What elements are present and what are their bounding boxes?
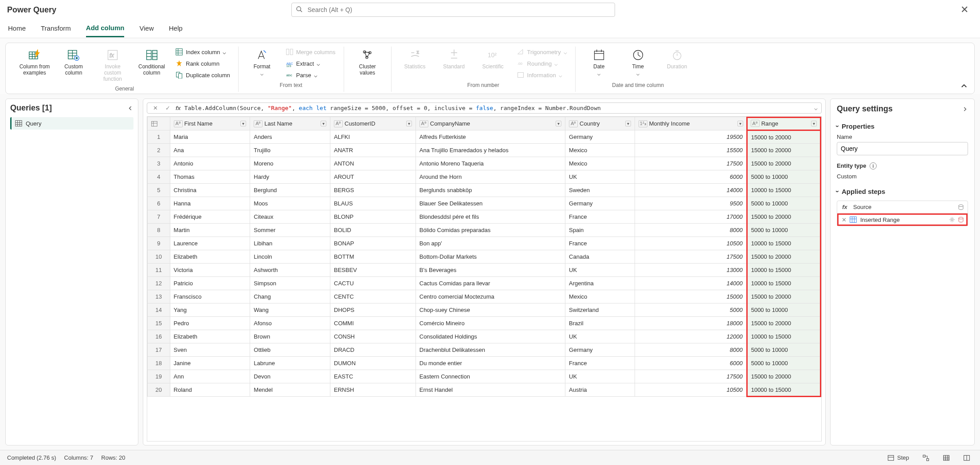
cell-country[interactable]: UK — [565, 170, 635, 184]
cell-customer-id[interactable]: DHOPS — [330, 303, 416, 317]
row-number[interactable]: 17 — [148, 343, 170, 357]
cell-range[interactable]: 15000 to 20000 — [747, 130, 820, 144]
confirm-formula-button[interactable]: ✓ — [163, 105, 172, 111]
index-column-button[interactable]: Index column ⌵ — [173, 47, 232, 57]
cell-monthly-income[interactable]: 17500 — [635, 157, 747, 170]
cell-country[interactable]: Mexico — [565, 157, 635, 170]
column-from-examples-button[interactable]: Column from examples — [17, 47, 52, 78]
row-number[interactable]: 11 — [148, 264, 170, 277]
query-list-item[interactable]: Query — [10, 117, 133, 130]
cell-first-name[interactable]: Martin — [170, 224, 250, 237]
cell-country[interactable]: Sweden — [565, 184, 635, 197]
cell-monthly-income[interactable]: 15000 — [635, 290, 747, 303]
cell-customer-id[interactable]: BERGS — [330, 184, 416, 197]
collapse-ribbon-button[interactable] — [960, 82, 968, 90]
row-number[interactable]: 5 — [148, 184, 170, 197]
cell-company-name[interactable]: Blondesddsl pére et fils — [416, 210, 565, 224]
cell-country[interactable]: UK — [565, 264, 635, 277]
cell-country[interactable]: Germany — [565, 343, 635, 357]
cell-first-name[interactable]: Ana — [170, 144, 250, 157]
text-type-icon[interactable]: Aᴮ — [254, 120, 263, 127]
cell-first-name[interactable]: Antonio — [170, 157, 250, 170]
step-settings-button[interactable] — [949, 217, 955, 223]
cell-first-name[interactable]: Ann — [170, 370, 250, 383]
table-row[interactable]: 10ElizabethLincolnBOTTMBottom-Dollar Mar… — [148, 250, 821, 264]
text-type-icon[interactable]: Aᴮ — [751, 120, 760, 127]
cell-range[interactable]: 15000 to 20000 — [747, 157, 820, 170]
table-row[interactable]: 12PatricioSimpsonCACTUCactus Comidas par… — [148, 277, 821, 290]
search-box[interactable] — [291, 3, 615, 17]
cell-last-name[interactable]: Moos — [250, 197, 330, 210]
cell-company-name[interactable]: Alfreds Futterkiste — [416, 130, 565, 144]
collapse-settings-button[interactable] — [962, 106, 968, 112]
cell-customer-id[interactable]: BOLID — [330, 224, 416, 237]
column-header-monthly-income[interactable]: 1²₃Monthly Income▾ — [635, 117, 747, 130]
filter-dropdown-button[interactable]: ▾ — [406, 121, 412, 126]
cell-last-name[interactable]: Chang — [250, 290, 330, 303]
diagram-view-button[interactable] — [920, 453, 932, 463]
cell-country[interactable]: Germany — [565, 197, 635, 210]
cell-last-name[interactable]: Trujillo — [250, 144, 330, 157]
cell-range[interactable]: 5000 to 10000 — [747, 224, 820, 237]
table-row[interactable]: 4ThomasHardyAROUTAround the HornUK600050… — [148, 170, 821, 184]
cell-company-name[interactable]: Du monde entier — [416, 357, 565, 370]
cell-range[interactable]: 5000 to 10000 — [747, 303, 820, 317]
select-all-corner[interactable] — [148, 117, 170, 130]
row-number[interactable]: 14 — [148, 303, 170, 317]
row-number[interactable]: 15 — [148, 317, 170, 330]
cell-country[interactable]: Spain — [565, 224, 635, 237]
conditional-column-button[interactable]: Conditional column — [134, 47, 169, 78]
column-header-companyname[interactable]: AᴮCompanyName▾ — [416, 117, 565, 130]
cell-first-name[interactable]: Hanna — [170, 197, 250, 210]
cell-first-name[interactable]: Christina — [170, 184, 250, 197]
row-number[interactable]: 20 — [148, 383, 170, 397]
cell-first-name[interactable]: Janine — [170, 357, 250, 370]
applied-step-source[interactable]: fx Source — [837, 201, 968, 213]
cell-company-name[interactable]: Blauer See Delikatessen — [416, 197, 565, 210]
cell-monthly-income[interactable]: 5000 — [635, 303, 747, 317]
delete-step-button[interactable]: ✕ — [841, 217, 847, 223]
cell-range[interactable]: 5000 to 10000 — [747, 170, 820, 184]
format-button[interactable]: Format ⌵ — [245, 47, 279, 79]
cell-country[interactable]: France — [565, 237, 635, 250]
cell-last-name[interactable]: Moreno — [250, 157, 330, 170]
table-row[interactable]: 15PedroAfonsoCOMMIComércio MineiroBrazil… — [148, 317, 821, 330]
cell-last-name[interactable]: Citeaux — [250, 210, 330, 224]
cell-last-name[interactable]: Mendel — [250, 383, 330, 397]
cell-range[interactable]: 15000 to 20000 — [747, 290, 820, 303]
cell-first-name[interactable]: Frédérique — [170, 210, 250, 224]
text-type-icon[interactable]: Aᴮ — [419, 120, 428, 127]
extract-button[interactable]: ABC123 Extract ⌵ — [284, 58, 337, 69]
cell-last-name[interactable]: Devon — [250, 370, 330, 383]
cell-company-name[interactable]: Berglunds snabbköp — [416, 184, 565, 197]
applied-step-inserted-range[interactable]: ✕ Inserted Range — [837, 213, 968, 226]
cell-customer-id[interactable]: DUMON — [330, 357, 416, 370]
cell-monthly-income[interactable]: 14000 — [635, 277, 747, 290]
cell-monthly-income[interactable]: 14000 — [635, 184, 747, 197]
formula-bar[interactable]: ✕ ✓ fx Table.AddColumn(Source, "Range", … — [147, 102, 822, 114]
filter-dropdown-button[interactable]: ▾ — [240, 121, 246, 126]
column-header-range[interactable]: AᴮRange▾ — [747, 117, 820, 130]
step-view-button[interactable]: Step — [885, 453, 912, 463]
cell-company-name[interactable]: Centro comercial Moctezuma — [416, 290, 565, 303]
text-type-icon[interactable]: Aᴮ — [569, 120, 578, 127]
cell-customer-id[interactable]: ANTON — [330, 157, 416, 170]
time-button[interactable]: Time ⌵ — [621, 47, 655, 79]
number-type-icon[interactable]: 1²₃ — [639, 120, 647, 127]
cell-first-name[interactable]: Roland — [170, 383, 250, 397]
data-grid-wrap[interactable]: AᴮFirst Name▾AᴮLast Name▾AᴮCustomerID▾Aᴮ… — [147, 116, 822, 441]
cell-country[interactable]: Germany — [565, 130, 635, 144]
row-number[interactable]: 3 — [148, 157, 170, 170]
table-row[interactable]: 13FransciscoChangCENTCCentro comercial M… — [148, 290, 821, 303]
row-number[interactable]: 10 — [148, 250, 170, 264]
grid-view-button[interactable] — [940, 453, 953, 463]
cell-customer-id[interactable]: CENTC — [330, 290, 416, 303]
cell-range[interactable]: 10000 to 15000 — [747, 237, 820, 250]
tab-transform[interactable]: Transform — [41, 21, 71, 36]
cell-customer-id[interactable]: BESBEV — [330, 264, 416, 277]
cell-range[interactable]: 15000 to 20000 — [747, 250, 820, 264]
table-row[interactable]: 20RolandMendelERNSHErnst HandelAustria10… — [148, 383, 821, 397]
row-number[interactable]: 12 — [148, 277, 170, 290]
cell-range[interactable]: 10000 to 15000 — [747, 184, 820, 197]
cell-company-name[interactable]: Antonio Moreno Taqueria — [416, 157, 565, 170]
